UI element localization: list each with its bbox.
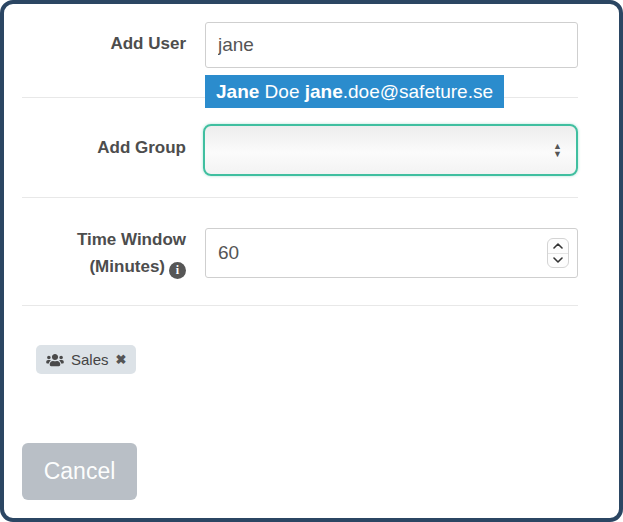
add-group-select[interactable]: ▲ ▼ [203,124,578,176]
suggestion-segment: .doe@safeture.se [343,81,493,103]
add-group-label: Add Group [0,138,186,158]
add-user-input[interactable] [205,22,578,68]
time-window-label: Time Window (Minutes)i [0,226,186,280]
divider [22,305,578,306]
tag-remove-icon[interactable]: ✖ [116,352,127,367]
time-window-input[interactable] [205,228,578,278]
spinner-down-button[interactable] [548,254,568,268]
spinner-up-button[interactable] [548,239,568,254]
add-user-label: Add User [0,34,186,54]
chevron-up-icon [553,243,563,249]
suggestion-segment: Jane [216,81,259,103]
group-tag-sales: Sales ✖ [36,345,136,374]
cancel-button[interactable]: Cancel [22,443,137,500]
suggestion-segment: jane [305,81,343,103]
select-arrows-icon: ▲ ▼ [553,142,562,158]
chevron-down-icon [553,257,563,263]
users-icon [46,353,64,367]
number-spinner [547,238,569,268]
suggestion-segment: Doe [259,81,304,103]
info-icon[interactable]: i [169,262,186,279]
time-window-label-line1: Time Window [77,230,186,249]
divider [22,197,578,198]
time-window-label-line2: (Minutes) [89,257,165,276]
autocomplete-suggestion[interactable]: Jane Doe jane.doe@safeture.se [205,75,504,108]
tag-label: Sales [71,351,109,368]
time-window-field [205,228,578,278]
